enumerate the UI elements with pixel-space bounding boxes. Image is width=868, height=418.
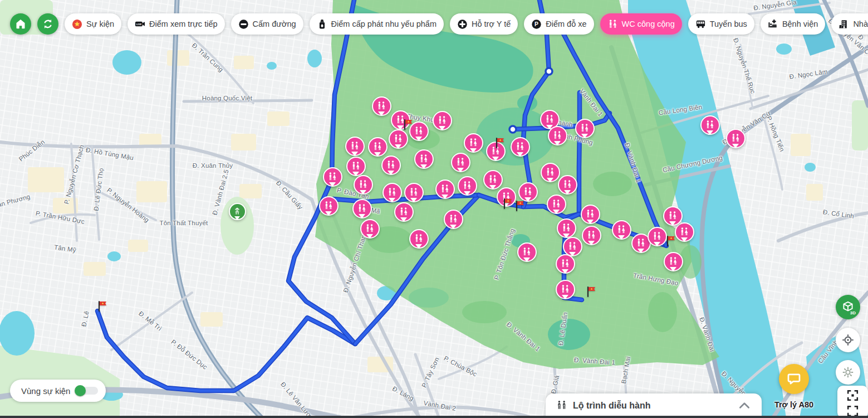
flag-marker[interactable] [502, 197, 515, 211]
wc-marker[interactable] [409, 229, 429, 249]
brightness-button[interactable] [836, 360, 860, 385]
wc-marker[interactable] [726, 129, 746, 148]
sun-icon [841, 365, 855, 380]
wc-marker[interactable] [558, 175, 577, 195]
wc-marker[interactable] [444, 210, 463, 229]
toolbar-button-label: WC công cộng [622, 20, 675, 28]
wc-marker[interactable] [582, 226, 601, 245]
wc-marker[interactable] [511, 137, 530, 157]
wc-marker[interactable] [394, 202, 414, 222]
wc-marker[interactable] [389, 129, 408, 149]
map-3d-button[interactable]: 3D [836, 295, 860, 319]
toolbar-button-diem-do-xe[interactable]: PĐiểm đỗ xe [524, 13, 594, 35]
top-toolbar: Sự kiệnLIVEĐiểm xem trực tiếpCấm đườngĐi… [0, 13, 868, 35]
flag-marker[interactable] [665, 235, 678, 248]
switch-knob [75, 385, 86, 396]
toolbar-button-su-kien[interactable]: Sự kiện [65, 13, 121, 35]
parade-route-panel[interactable]: Lộ trình diễu hành [546, 393, 762, 418]
flag-marker[interactable] [514, 200, 527, 213]
toolbar-button-benh-vien[interactable]: Bệnh viện [761, 13, 826, 35]
fullscreen-icon [846, 388, 860, 402]
toolbar-button-label: Bệnh viện [782, 20, 818, 28]
wc-marker[interactable] [451, 153, 470, 172]
wc-marker[interactable] [518, 182, 538, 202]
parking-icon: P [531, 19, 542, 30]
toolbar-button-diem-xem-truc-tiep[interactable]: LIVEĐiểm xem trực tiếp [127, 13, 225, 35]
wc-marker[interactable] [435, 179, 455, 199]
toolbar-button-label: Tuyến bus [710, 20, 747, 28]
wc-marker[interactable] [382, 183, 402, 202]
toolbar-button-tuyen-bus[interactable]: Tuyến bus [688, 13, 754, 35]
event-zone-switch[interactable] [77, 387, 98, 395]
wc-marker[interactable] [352, 199, 372, 218]
wc-marker[interactable] [548, 126, 567, 145]
wc-marker[interactable] [517, 242, 537, 262]
toolbar-button-diem-cap-phat-nhu-yeu-pham[interactable]: Điểm cấp phát nhu yếu phẩm [310, 13, 444, 35]
parade-panel-title: Lộ trình diễu hành [573, 401, 651, 411]
wc-marker[interactable] [433, 111, 452, 130]
flag-marker[interactable] [96, 300, 110, 313]
toolbar-button-wc-cong-cong[interactable]: WC công cộng [600, 13, 682, 35]
refresh-button[interactable] [37, 13, 58, 35]
flag-marker[interactable] [585, 285, 599, 299]
wc-marker[interactable] [557, 218, 576, 238]
toolbar-button-label: Điểm đỗ xe [546, 20, 586, 28]
wc-marker[interactable] [319, 196, 339, 216]
fullscreen-button[interactable] [837, 386, 868, 418]
assistant-label: Trợ lý A80 [774, 400, 813, 409]
wc-marker[interactable] [541, 163, 560, 182]
wc-marker[interactable] [345, 137, 365, 156]
wc-marker[interactable] [354, 175, 373, 195]
home-button[interactable] [10, 13, 31, 35]
ban-icon [238, 19, 249, 30]
wc-marker[interactable] [663, 206, 683, 226]
wc-marker[interactable] [404, 183, 424, 202]
event-zone-label: Vùng sự kiện [21, 386, 70, 396]
wc-marker[interactable] [372, 96, 391, 116]
locate-button[interactable] [836, 328, 860, 352]
toolbar-button-label: Cấm đường [253, 20, 296, 28]
wc-marker[interactable] [414, 149, 434, 169]
wc-marker[interactable] [664, 252, 683, 271]
svg-text:P: P [534, 21, 538, 27]
wc-marker[interactable] [360, 219, 380, 239]
screen-edge-bar [0, 416, 868, 418]
wc-marker[interactable] [700, 115, 720, 135]
event-zone-toggle-pill[interactable]: Vùng sự kiện [10, 380, 106, 402]
park-poi-marker[interactable] [229, 203, 246, 220]
wc-marker[interactable] [458, 176, 477, 196]
wc-marker[interactable] [556, 280, 575, 299]
assistant-chat-button[interactable] [779, 364, 809, 394]
wc-marker[interactable] [575, 119, 595, 138]
wc-marker[interactable] [612, 220, 631, 240]
wc-marker[interactable] [547, 195, 566, 214]
wc-icon [607, 19, 618, 30]
wc-marker[interactable] [464, 133, 483, 153]
building-icon [838, 19, 849, 30]
cube-3d-label: 3D [850, 310, 856, 315]
toolbar-button-label: Điểm xem trực tiếp [149, 20, 218, 28]
medic-icon [457, 19, 468, 30]
wc-marker[interactable] [648, 227, 667, 246]
toolbar-button-cam-duong[interactable]: Cấm đường [231, 13, 303, 35]
wc-marker[interactable] [381, 155, 401, 175]
wc-marker[interactable] [483, 170, 503, 189]
flag-marker[interactable] [494, 137, 507, 150]
toolbar-button-label: Hỗ trợ Y tế [472, 20, 511, 28]
locate-icon [841, 333, 855, 347]
wc-marker[interactable] [556, 254, 575, 274]
toolbar-button-nha-hang-khach-san[interactable]: Nhà hàng/ Khách [831, 13, 868, 35]
wc-marker[interactable] [581, 205, 600, 224]
wc-marker[interactable] [368, 137, 388, 157]
toolbar-button-ho-tro-y-te[interactable]: Hỗ trợ Y tế [450, 13, 518, 35]
hospital-icon [768, 19, 778, 30]
flag-marker[interactable] [402, 118, 415, 132]
wc-marker[interactable] [563, 237, 582, 256]
chat-bubble-icon [786, 371, 802, 387]
chevron-up-icon[interactable] [737, 398, 752, 413]
star-icon [72, 19, 82, 30]
home-icon [14, 18, 27, 30]
wc-marker[interactable] [323, 167, 342, 187]
wc-marker[interactable] [346, 157, 366, 176]
toolbar-button-label: Điểm cấp phát nhu yếu phẩm [331, 20, 437, 28]
